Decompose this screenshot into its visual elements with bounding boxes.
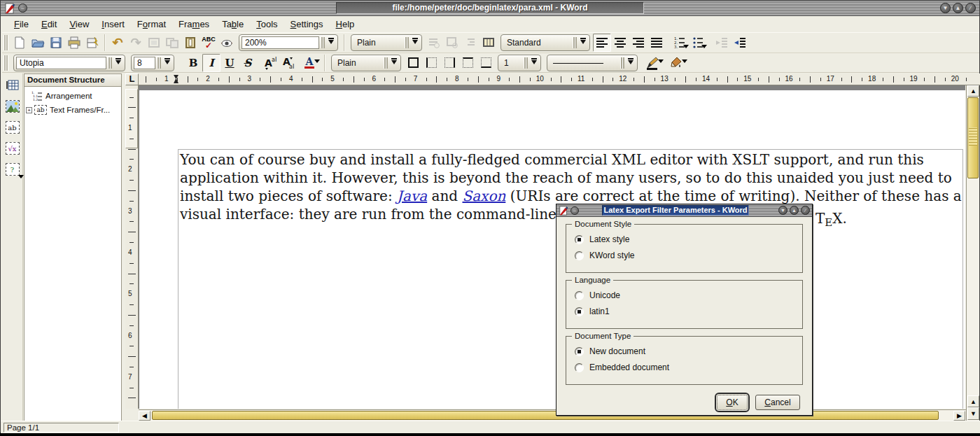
zoom-combobox[interactable]: 200% — [239, 34, 338, 51]
close-button[interactable]: ∕ — [965, 3, 976, 13]
chevron-down-icon[interactable] — [658, 59, 664, 66]
bullet-list-button[interactable] — [690, 34, 708, 52]
menu-format[interactable]: Format — [131, 17, 172, 31]
print-preview-button[interactable] — [83, 34, 102, 52]
align-right-button[interactable] — [629, 34, 648, 52]
border-right-button[interactable] — [440, 54, 458, 72]
font-color-button[interactable]: A — [298, 54, 321, 72]
redo-button[interactable]: ↷ — [127, 34, 145, 52]
radio-button-icon[interactable] — [575, 251, 584, 260]
chevron-down-icon[interactable] — [162, 57, 172, 69]
java-link[interactable]: Java — [397, 188, 427, 204]
chevron-down-icon[interactable] — [682, 59, 687, 66]
chevron-down-icon[interactable] — [113, 57, 123, 69]
apply-style-button[interactable] — [461, 34, 479, 52]
vertical-scrollbar-thumb[interactable] — [967, 97, 979, 178]
maximize-button[interactable]: ▲ — [790, 206, 799, 215]
menu-tools[interactable]: Tools — [250, 17, 284, 31]
undo-button[interactable]: ↶ — [108, 34, 127, 52]
sticky-button[interactable]: – — [18, 3, 27, 13]
frame-style-combobox[interactable]: Standard — [500, 34, 590, 51]
scroll-left-button[interactable]: ◀ — [139, 411, 150, 421]
radio-new-document[interactable]: New document — [575, 346, 795, 356]
menu-table[interactable]: Table — [216, 17, 250, 31]
background-color-button[interactable] — [664, 54, 688, 72]
cancel-button[interactable]: Cancel — [755, 395, 800, 410]
radio-kword-style[interactable]: KWord style — [575, 251, 795, 260]
decrease-indent-button[interactable] — [713, 34, 732, 52]
scroll-right-button[interactable]: ▶ — [953, 411, 965, 421]
insert-object-button[interactable]: ? — [4, 160, 22, 178]
font-size-value[interactable]: 8 — [134, 57, 155, 69]
vertical-ruler[interactable]: 1234567 — [125, 85, 139, 409]
superscript-button[interactable]: AaI — [261, 54, 279, 72]
radio-button-icon[interactable] — [575, 235, 584, 244]
insert-formula-button[interactable]: √x — [4, 139, 22, 157]
frame-style-button[interactable] — [479, 34, 498, 52]
document-text-line[interactable]: application within it. However, this is … — [180, 169, 952, 186]
document-text-line[interactable]: You can of course buy and install a full… — [180, 151, 924, 168]
menu-settings[interactable]: Settings — [284, 17, 330, 31]
numbered-list-button[interactable]: 1.2.3. — [671, 34, 690, 52]
character-style-combobox[interactable]: Plain — [331, 55, 401, 71]
align-center-button[interactable] — [611, 34, 629, 52]
chevron-down-icon[interactable] — [18, 175, 24, 181]
chevron-down-icon[interactable] — [314, 59, 320, 66]
chevron-down-icon[interactable] — [529, 57, 539, 69]
formatting-characters-button[interactable] — [218, 34, 236, 52]
chevron-down-icon[interactable] — [683, 45, 689, 51]
border-line-style-combobox[interactable] — [547, 55, 638, 71]
border-bottom-button[interactable] — [477, 54, 495, 72]
border-color-button[interactable] — [640, 54, 664, 72]
open-button[interactable] — [29, 34, 47, 52]
indent-marker[interactable] — [174, 75, 178, 83]
new-document-button[interactable] — [10, 34, 29, 52]
border-top-button[interactable] — [458, 54, 477, 72]
document-text-line[interactable]: install two pieces of software: Java and… — [180, 188, 962, 204]
insert-table-button[interactable] — [4, 76, 22, 94]
insert-picture-button[interactable] — [4, 97, 22, 115]
page[interactable]: You can of course buy and install a full… — [139, 90, 965, 409]
document-view[interactable]: You can of course buy and install a full… — [139, 85, 965, 409]
font-combobox[interactable]: Utopia — [13, 55, 125, 71]
horizontal-ruler[interactable]: 1234567891011121314151617181920 — [139, 73, 980, 85]
spellcheck-button[interactable]: ABC ✓ — [200, 34, 218, 52]
menu-frames[interactable]: Frames — [172, 17, 216, 31]
minimize-button[interactable]: ▼ — [940, 3, 951, 13]
font-name-value[interactable]: Utopia — [16, 57, 106, 69]
align-left-button[interactable] — [593, 34, 611, 52]
ok-button[interactable]: OK — [717, 395, 748, 410]
menu-edit[interactable]: Edit — [35, 17, 63, 31]
menu-file[interactable]: File — [8, 17, 35, 31]
border-outline-button[interactable] — [404, 54, 422, 72]
update-style-button[interactable] — [443, 34, 461, 52]
create-style-button[interactable] — [425, 34, 443, 52]
font-size-combobox[interactable]: 8 — [131, 55, 174, 71]
underline-button[interactable]: U — [220, 54, 239, 72]
scroll-up-button[interactable]: ▲ — [967, 85, 979, 97]
copy-frame-button[interactable] — [163, 34, 181, 52]
radio-button-icon[interactable] — [575, 347, 584, 356]
print-button[interactable] — [65, 34, 83, 52]
minimize-button[interactable]: ▼ — [778, 206, 788, 215]
window-titlebar[interactable]: – file:/home/peter/doc/beginlatex/para.x… — [1, 1, 979, 16]
menu-view[interactable]: View — [63, 17, 95, 31]
chevron-down-icon[interactable] — [410, 36, 420, 49]
radio-latex-style[interactable]: Latex style — [575, 234, 795, 244]
document-text-line[interactable]: visual interface: they are run from the … — [180, 206, 566, 223]
cut-frame-button[interactable] — [145, 34, 163, 52]
vertical-scrollbar[interactable]: ▲ ▲ ▼ — [966, 85, 979, 421]
horizontal-scrollbar[interactable]: ◀ ▶ — [139, 409, 966, 421]
scroll-up-button-bottom[interactable]: ▲ — [967, 395, 979, 407]
paragraph-style-combobox[interactable]: Plain — [351, 34, 422, 51]
tab-selector[interactable]: L — [125, 73, 139, 85]
radio-latin1[interactable]: latin1 — [575, 307, 795, 316]
sticky-button[interactable]: – — [570, 206, 579, 215]
chevron-down-icon[interactable] — [626, 57, 636, 69]
paste-frame-button[interactable] — [181, 34, 200, 52]
border-width-combobox[interactable]: 1 — [498, 55, 541, 71]
radio-button-icon[interactable] — [575, 307, 584, 316]
subscript-button[interactable]: AaI — [279, 54, 298, 72]
chevron-down-icon[interactable] — [578, 36, 588, 49]
expander-plus-icon[interactable]: + — [26, 107, 32, 113]
